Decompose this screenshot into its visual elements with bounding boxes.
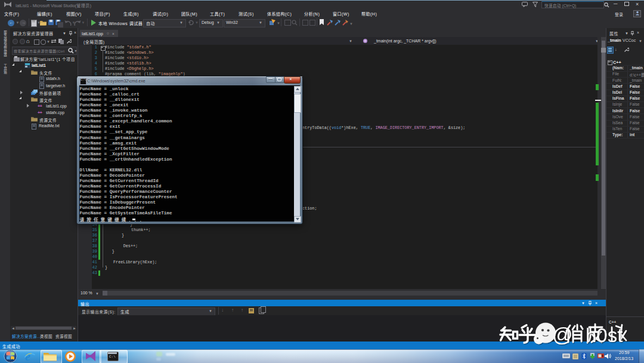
svg-text:h0st: h0st: [586, 324, 623, 346]
